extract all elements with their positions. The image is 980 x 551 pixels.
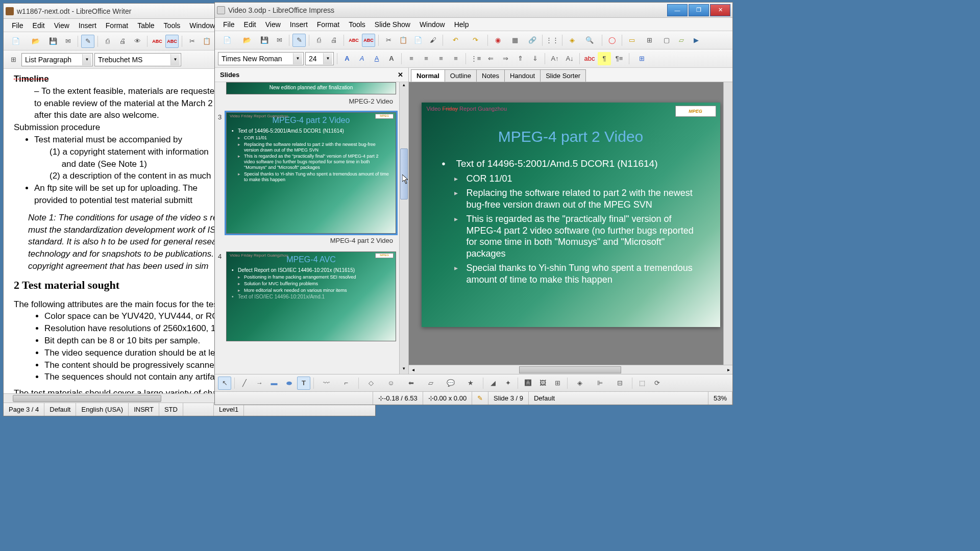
- status-lang[interactable]: English (USA): [76, 403, 129, 416]
- scroll-thumb[interactable]: [519, 366, 621, 373]
- status-insert[interactable]: INSRT: [129, 403, 159, 416]
- bullet-item[interactable]: This is regarded as the "practically fin…: [442, 213, 700, 259]
- print-button[interactable]: 🖨: [327, 34, 340, 47]
- underline-button[interactable]: A: [370, 52, 383, 65]
- curve-tool[interactable]: 〰: [317, 377, 335, 390]
- slide-design-button[interactable]: ▢: [660, 34, 673, 47]
- flowchart-tool[interactable]: ▱: [422, 377, 440, 390]
- open-button[interactable]: 📂: [238, 34, 256, 47]
- promote-button[interactable]: ⇐: [484, 52, 497, 65]
- increase-font-button[interactable]: A↑: [548, 52, 561, 65]
- status-page[interactable]: Page 3 / 4: [4, 403, 44, 416]
- status-slide[interactable]: Slide 3 / 9: [488, 392, 529, 405]
- interaction-tool[interactable]: ⟳: [650, 377, 664, 390]
- help-button[interactable]: ◯: [605, 34, 619, 47]
- highlight-button[interactable]: ¶: [598, 52, 611, 65]
- move-up-button[interactable]: ⇑: [513, 52, 527, 65]
- slide-canvas-area[interactable]: Video Friday Report Guangzhou MPEG MPEG-…: [409, 82, 732, 365]
- cut-button[interactable]: ✂: [382, 34, 395, 47]
- connector-tool[interactable]: ⌐: [337, 377, 355, 390]
- move-down-button[interactable]: ⇓: [528, 52, 542, 65]
- align-left-button[interactable]: ≡: [405, 52, 418, 65]
- slide-content[interactable]: Text of 14496-5:2001/Amd.5 DCOR1 (N11614…: [442, 158, 700, 285]
- select-tool[interactable]: ↖: [218, 377, 231, 390]
- status-style[interactable]: Default: [44, 403, 76, 416]
- hyperlink-button[interactable]: 🔗: [526, 34, 539, 47]
- char-color-button[interactable]: abc: [583, 52, 596, 65]
- email-button[interactable]: ✉: [61, 35, 75, 48]
- menu-format[interactable]: Format: [313, 19, 344, 30]
- menu-insert[interactable]: Insert: [75, 20, 101, 31]
- impress-titlebar[interactable]: Video 3.odp - LibreOffice Impress — ❐ ✕: [215, 3, 732, 18]
- points-tool[interactable]: ◢: [486, 377, 500, 390]
- tab-normal[interactable]: Normal: [411, 69, 445, 82]
- layout-button[interactable]: ⊞: [640, 34, 658, 47]
- styles-button[interactable]: ⊞: [7, 53, 20, 66]
- slide-title[interactable]: MPEG-4 part 2 Video: [442, 128, 700, 145]
- gallery-tool[interactable]: ⊞: [551, 377, 564, 390]
- arrange-tool[interactable]: ⊟: [610, 377, 629, 390]
- paragraph-style-combo[interactable]: List Paragraph ▼: [21, 53, 93, 66]
- slide-button[interactable]: ▭: [625, 34, 639, 47]
- line-tool[interactable]: ╱: [238, 377, 251, 390]
- navigator-button[interactable]: ◈: [566, 34, 579, 47]
- scroll-thumb[interactable]: [400, 148, 408, 199]
- menu-tools[interactable]: Tools: [345, 19, 370, 30]
- slide-thumb-3[interactable]: Video Friday Report Guangzhou MPEG MPEG-…: [226, 112, 396, 234]
- stars-tool[interactable]: ★: [461, 377, 480, 390]
- demote-button[interactable]: ⇒: [499, 52, 512, 65]
- menu-edit[interactable]: Edit: [240, 19, 260, 30]
- ellipse-tool[interactable]: ⬬: [282, 377, 296, 390]
- fontwork-tool[interactable]: 🅰: [521, 377, 534, 390]
- slide-panel-scrollbar[interactable]: ▴ ▾: [399, 82, 408, 374]
- para-button[interactable]: ¶≡: [612, 52, 626, 65]
- text-tool[interactable]: T: [297, 377, 310, 390]
- save-button[interactable]: 💾: [258, 34, 271, 47]
- menu-view[interactable]: View: [261, 19, 285, 30]
- from-file-tool[interactable]: 🖼: [536, 377, 549, 390]
- grid-button[interactable]: ⋮⋮: [546, 34, 559, 47]
- open-button[interactable]: 📂: [27, 35, 45, 48]
- menu-slideshow[interactable]: Slide Show: [371, 19, 414, 30]
- tab-sorter[interactable]: Slide Sorter: [540, 69, 586, 82]
- chart-button[interactable]: ◉: [491, 34, 504, 47]
- slide-thumb-2[interactable]: New edition planned after finalization: [226, 82, 396, 94]
- minimize-button[interactable]: —: [667, 4, 688, 16]
- font-size-combo[interactable]: 24 ▼: [305, 52, 334, 65]
- new-button[interactable]: 📄: [218, 34, 236, 47]
- menu-format[interactable]: Format: [102, 20, 132, 31]
- status-selmode[interactable]: STD: [159, 403, 183, 416]
- insert-slide-button[interactable]: ▱: [675, 34, 688, 47]
- align-right-button[interactable]: ≡: [434, 52, 448, 65]
- extrusion-tool[interactable]: ⬚: [635, 377, 649, 390]
- maximize-button[interactable]: ❐: [689, 4, 709, 16]
- bullet-item[interactable]: COR 11/01: [442, 173, 700, 185]
- brush-button[interactable]: 🖌: [426, 34, 439, 47]
- current-slide[interactable]: Video Friday Report Guangzhou MPEG MPEG-…: [422, 103, 720, 327]
- slideshow-button[interactable]: ▶: [690, 34, 703, 47]
- menu-file[interactable]: File: [219, 19, 239, 30]
- callout-tool[interactable]: 💬: [442, 377, 460, 390]
- print-button[interactable]: 🖨: [116, 35, 129, 48]
- email-button[interactable]: ✉: [273, 34, 286, 47]
- font-combo[interactable]: Trebuchet MS ▼: [94, 53, 181, 66]
- block-arrows-tool[interactable]: ⬅: [402, 377, 420, 390]
- align-justify-button[interactable]: ≡: [449, 52, 462, 65]
- tab-handout[interactable]: Handout: [504, 69, 541, 82]
- status-layout[interactable]: Default: [529, 392, 708, 405]
- arrow-tool[interactable]: →: [253, 377, 266, 390]
- export-pdf-button[interactable]: ⎙: [101, 35, 114, 48]
- bullet-item[interactable]: Text of 14496-5:2001/Amd.5 DCOR1 (N11614…: [442, 158, 700, 170]
- symbol-shapes-tool[interactable]: ☺: [382, 377, 400, 390]
- menu-table[interactable]: Table: [133, 20, 158, 31]
- status-zoom[interactable]: 53%: [708, 392, 732, 405]
- menu-tools[interactable]: Tools: [160, 20, 185, 31]
- menu-file[interactable]: File: [8, 20, 28, 31]
- zoom-button[interactable]: 🔍: [580, 34, 599, 47]
- menu-insert[interactable]: Insert: [286, 19, 312, 30]
- edit-mode-button[interactable]: ✎: [292, 34, 306, 47]
- font-shadow-button[interactable]: A: [385, 52, 398, 65]
- autospell-button[interactable]: ABC: [165, 35, 179, 48]
- bold-button[interactable]: A: [340, 52, 354, 65]
- editor-vscrollbar[interactable]: [723, 82, 732, 365]
